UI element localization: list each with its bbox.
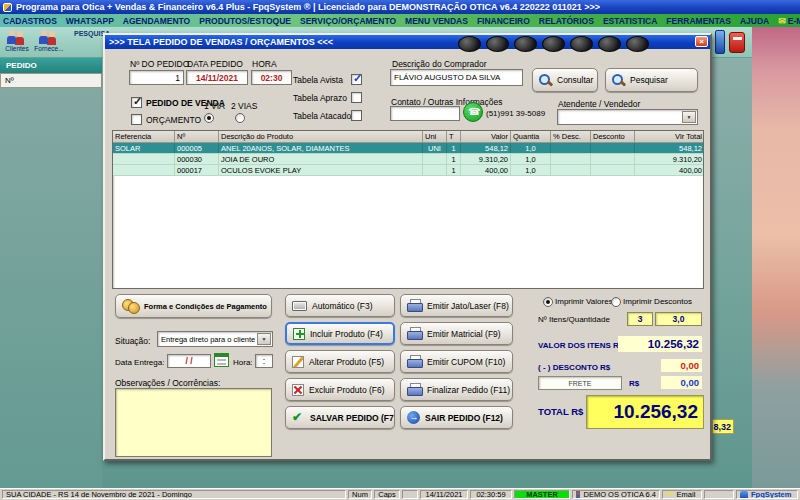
menu-relatorios[interactable]: RELATÓRIOS [539, 16, 594, 26]
toolbar-clientes-button[interactable]: Clientes [2, 28, 32, 57]
oval-icon[interactable] [542, 36, 565, 52]
menu-servico-orcamento[interactable]: SERVIÇO/ORÇAMENTO [300, 16, 396, 26]
imprimir-valores-radio[interactable] [543, 297, 553, 307]
menu-menu-vendas[interactable]: MENU VENDAS [405, 16, 468, 26]
window-titlebar[interactable]: Programa para Otica + Vendas & Financeir… [0, 0, 800, 14]
data-entrega-input[interactable]: / / [167, 354, 211, 368]
pesquisar-button[interactable]: Pesquisar [605, 68, 698, 92]
table-row[interactable]: SOLAR 000005 ANEL 20ANOS, SOLAR, DIAMANT… [113, 143, 703, 154]
hora-entrega-input[interactable]: : [255, 354, 273, 368]
chevron-down-icon[interactable] [682, 111, 696, 123]
dialog-close-icon[interactable] [695, 36, 708, 47]
orcamento-checkbox[interactable] [131, 114, 142, 125]
printer-icon [407, 355, 422, 368]
situacao-value: Entrega direto para o cliente [161, 335, 255, 344]
window-title: Programa para Otica + Vendas & Financeir… [16, 2, 600, 12]
oval-icon[interactable] [458, 36, 481, 52]
desconto-value: 0,00 [661, 359, 702, 372]
consultar-button[interactable]: Consultar [532, 68, 598, 92]
statusbar-email[interactable]: Email [662, 490, 702, 499]
frete-field[interactable]: FRETE [538, 376, 622, 390]
tabela-atacado-checkbox[interactable] [351, 110, 362, 121]
menu-financeiro[interactable]: FINANCEIRO [477, 16, 530, 26]
email-text: Email [677, 490, 696, 499]
items-table[interactable]: Referencia Nº Descrição do Produto Uni T… [112, 130, 704, 289]
menu-ajuda[interactable]: AJUDA [740, 16, 769, 26]
statusbar-spacer [704, 490, 734, 499]
pedido-venda-checkbox[interactable] [131, 97, 142, 108]
cell-numero: 000017 [175, 165, 219, 175]
cell-numero: 000030 [175, 154, 219, 164]
cell-quantia: 1,0 [511, 165, 551, 175]
coins-icon [122, 299, 139, 313]
toolbar-fornecedores-button[interactable]: Fornece... [34, 28, 64, 57]
via2-radio[interactable] [235, 113, 245, 123]
tabela-aprazo-checkbox[interactable] [351, 92, 362, 103]
menu-email[interactable]: E-MAIL [778, 16, 800, 26]
frete-moeda-label: R$ [629, 379, 639, 388]
add-icon [293, 328, 305, 340]
emitir-cupom-button[interactable]: Emitir CUPOM (F10) [400, 350, 513, 373]
observacoes-textarea[interactable] [115, 388, 272, 457]
numero-pedido-input[interactable]: 1 [129, 70, 184, 85]
frete-value: 0,00 [661, 376, 702, 389]
numero-pedido-label: Nº DO PEDIDO [130, 59, 189, 69]
pagamento-button[interactable]: Forma e Condições de Pagamento [115, 294, 272, 318]
imprimir-descontos-radio[interactable] [611, 297, 621, 307]
menu-agendamento[interactable]: AGENDAMENTO [123, 16, 190, 26]
whatsapp-icon[interactable] [463, 102, 483, 122]
finalizar-label: Finalizar Pedido (F11) [427, 385, 510, 395]
menu-whatsapp[interactable]: WHATSAPP [66, 16, 114, 26]
orcamento-label: ORÇAMENTO [146, 115, 201, 125]
sair-pedido-button[interactable]: SAIR PEDIDO (F12) [400, 406, 513, 429]
menu-ferramentas[interactable]: FERRAMENTAS [666, 16, 731, 26]
edit-icon [292, 356, 304, 368]
chevron-down-icon[interactable] [257, 333, 271, 345]
oval-icon[interactable] [514, 36, 537, 52]
cell-vlrtotal: 9.310,20 [635, 154, 704, 164]
envelope-icon [778, 16, 786, 26]
data-pedido-input[interactable]: 14/11/2021 [186, 70, 248, 85]
background-panel-col-label: Nº [5, 76, 14, 85]
menu-cadastros[interactable]: CADASTROS [3, 16, 57, 26]
via1-radio[interactable] [204, 113, 214, 123]
situacao-dropdown[interactable]: Entrega direto para o cliente [157, 331, 273, 347]
imprimir-valores-label: Imprimir Valores [555, 297, 613, 306]
cell-quantia: 1,0 [511, 154, 551, 164]
col-valor: Valor [461, 131, 511, 143]
contato-input[interactable] [390, 106, 460, 121]
menu-estatistica[interactable]: ESTATISTICA [603, 16, 657, 26]
menu-produtos-estoque[interactable]: PRODUTOS/ESTOQUE [199, 16, 291, 26]
incluir-label: Incluir Produto (F4) [310, 329, 383, 339]
oval-icon[interactable] [598, 36, 621, 52]
cell-t: 1 [447, 165, 461, 175]
hora-pedido-input[interactable]: 02:30 [251, 70, 292, 85]
cupom-label: Emitir CUPOM (F10) [427, 357, 505, 367]
atendente-dropdown[interactable] [557, 109, 698, 125]
emitir-jato-button[interactable]: Emitir Jato/Laser (F8) [400, 294, 513, 317]
col-vlrtotal: Vlr Total [635, 131, 704, 143]
background-panel-header: PEDIDO [0, 57, 102, 73]
oval-icon[interactable] [570, 36, 593, 52]
itens-quantidade-label: Nº Itens/Quantidade [538, 315, 610, 324]
excluir-produto-button[interactable]: Excluir Produto (F6) [285, 378, 395, 401]
check-icon [292, 411, 305, 424]
oval-icon[interactable] [626, 36, 649, 52]
statusbar-app: DEMO OS OTICA 6.4 [572, 490, 660, 499]
calendar-icon[interactable] [214, 353, 229, 367]
alterar-produto-button[interactable]: Alterar Produto (F5) [285, 350, 395, 373]
emitir-matricial-button[interactable]: Emitir Matricial (F9) [400, 322, 513, 345]
comprador-input[interactable]: FLÁVIO AUGUSTO DA SILVA [390, 69, 523, 86]
finalizar-pedido-button[interactable]: Finalizar Pedido (F11) [400, 378, 513, 401]
tabela-avista-checkbox[interactable] [351, 74, 362, 85]
salvar-pedido-button[interactable]: SALVAR PEDIDO (F7) [285, 406, 395, 429]
cell-vlrtotal: 548,12 [635, 143, 704, 153]
table-row[interactable]: 000017 OCULOS EVOKE PLAY 1 400,00 1,0 40… [113, 165, 703, 176]
incluir-produto-button[interactable]: Incluir Produto (F4) [285, 322, 395, 345]
toolbar-misc-icon[interactable] [715, 30, 725, 54]
dialog-body: Nº DO PEDIDO 1 DATA PEDIDO 14/11/2021 HO… [105, 49, 710, 459]
oval-icon[interactable] [486, 36, 509, 52]
toolbar-boleto-icon[interactable] [729, 32, 745, 53]
table-row[interactable]: 000030 JOIA DE OURO 1 9.310,20 1,0 9.310… [113, 154, 703, 165]
automatico-button[interactable]: Automático (F3) [285, 294, 395, 317]
